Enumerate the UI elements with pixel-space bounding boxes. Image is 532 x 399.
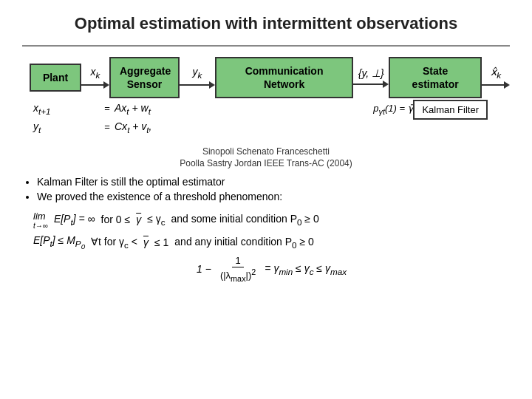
bullet-2: We proved the existence of a threshold p… [37,191,510,202]
authors-1: Sinopoli Schenato Franceschetti [22,146,510,157]
eq1-equals: = [100,101,115,117]
lim-expr: lim t→∞ [33,210,48,230]
eq-row-2: yt = Cxt + vt, [33,118,373,137]
title-divider [22,45,510,47]
arrow-shaft-2 [180,84,209,86]
eq2-right: Cxt + vt, [115,118,151,137]
middle-section: xt+1 = Axt + wt yt = Cxt + vt, pγt(1) = … [22,100,510,140]
EPt-inf: E[Pt] = ∞ [54,213,95,227]
frac-denominator: (|λmax|)2 [217,267,259,284]
math-row-2: E[Pt] ≤ MP0 ∀t for γc < γ ≤ 1 and any in… [33,234,510,250]
leq-1: ≤ 1 [154,236,168,248]
y-perp-label: {y, ⊥} [358,67,384,79]
eq2-left: yt [33,118,100,137]
forall-t: ∀t for γc < [91,236,137,250]
plant-box: Plant [30,64,81,92]
eq2-equals: = [100,120,115,135]
gamma-bar-2: γ [143,236,149,248]
diagram-container: Plant xk AggregateSensor yk Communicatio… [22,57,510,98]
equations: xt+1 = Axt + wt yt = Cxt + vt, [22,100,373,137]
state-estimator-box: State estimator [389,57,482,98]
arrow-shaft-4 [482,84,504,86]
bullet-list: Kalman Filter is still the optimal estim… [37,176,510,202]
page-title: Optimal estimation with intermittent obs… [22,13,510,35]
prob-equation: pγt(1) = γ̄ [373,103,413,116]
arrow-head-4 [504,81,510,89]
arrow-head-2 [209,81,215,89]
for-condition-1: for 0 ≤ [101,214,131,225]
frac-numerator: 1 [232,255,243,267]
arrow-shaft-1 [81,84,103,86]
one-minus: 1 − [197,263,211,275]
arrow-head-1 [103,81,109,89]
kalman-filter-box: Kalman Filter [413,100,488,120]
EPt-leq: E[Pt] ≤ MP0 [33,234,85,250]
gamma-bar-1: γ [136,214,141,225]
eq1-right: Axt + wt [115,100,151,118]
yk-label: yk [192,66,202,80]
eq1-left: xt+1 [33,100,100,118]
xk-label: xk [91,66,100,80]
and-any: and any initial condition P0 ≥ 0 [174,236,314,250]
arrow-plant-to-sensor: xk [81,66,109,89]
arrow-network-to-estimator: {y, ⊥} [353,67,389,88]
arrow-sensor-to-network: yk [180,66,215,89]
bullet-1: Kalman Filter is still the optimal estim… [37,176,510,188]
leq-gamma-c: ≤ γc [147,213,165,227]
fraction-expr: 1 (|λmax|)2 [217,255,259,284]
math-section: lim t→∞ E[Pt] = ∞ for 0 ≤ γ ≤ γc and som… [22,210,510,284]
aggregate-sensor-box: AggregateSensor [109,57,180,98]
math-row-1: lim t→∞ E[Pt] = ∞ for 0 ≤ γ ≤ γc and som… [33,210,510,230]
eq-row-1: xt+1 = Axt + wt [33,100,373,118]
comm-network-box: Communication Network [215,57,353,98]
and-some: and some initial condition P0 ≥ 0 [171,213,319,227]
arrow-estimator-out: x̂k [482,66,510,89]
equations-block: xt+1 = Axt + wt yt = Cxt + vt, [22,100,373,140]
page: Optimal estimation with intermittent obs… [0,0,532,399]
xhat-label: x̂k [491,66,501,80]
authors-2: Poolla Sastry Jordan IEEE Trans-AC (2004… [22,158,510,168]
right-block: Kalman Filter [413,100,510,120]
arrow-shaft-3 [353,83,383,85]
arrow-head-3 [383,81,389,88]
math-row-3: 1 − 1 (|λmax|)2 = γmin ≤ γc ≤ γmax [33,255,510,284]
equals-gamma: = γmin ≤ γc ≤ γmax [265,262,347,276]
